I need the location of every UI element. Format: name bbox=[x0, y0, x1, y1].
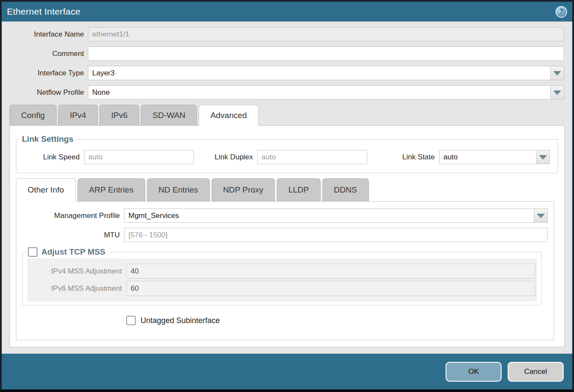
adjust-tcp-mss-title: Adjust TCP MSS bbox=[41, 247, 106, 257]
other-info-panel: Management Profile MTU bbox=[16, 201, 554, 340]
ipv6-mss-row: IPv6 MSS Adjustment bbox=[27, 281, 537, 296]
management-profile-select[interactable] bbox=[124, 208, 548, 223]
dialog-footer: OK Cancel bbox=[2, 354, 572, 389]
interface-type-select[interactable] bbox=[88, 66, 564, 80]
advanced-panel: Link Settings Link Speed Link Duplex Lin… bbox=[9, 125, 565, 347]
top-form: Interface Name Comment Interface Type bbox=[2, 22, 572, 105]
netflow-profile-select[interactable] bbox=[88, 85, 564, 100]
adjust-tcp-mss-legend: Adjust TCP MSS bbox=[27, 247, 109, 257]
management-profile-label: Management Profile bbox=[16, 212, 124, 220]
interface-type-row: Interface Type bbox=[2, 66, 572, 80]
chevron-down-icon bbox=[537, 214, 545, 218]
ipv4-mss-label: IPv4 MSS Adjustment bbox=[27, 267, 126, 276]
subtab-arp-entries[interactable]: ARP Entries bbox=[78, 178, 145, 202]
main-tabstrip: Config IPv4 IPv6 SD-WAN Advanced bbox=[2, 105, 572, 126]
link-speed-row: Link Speed bbox=[16, 150, 194, 164]
ipv4-mss-field bbox=[126, 264, 535, 279]
link-speed-field[interactable] bbox=[84, 150, 194, 164]
subtab-ddns[interactable]: DDNS bbox=[322, 178, 369, 202]
management-profile-value[interactable] bbox=[124, 208, 534, 223]
interface-type-dropdown-button[interactable] bbox=[550, 66, 564, 80]
ipv6-mss-field bbox=[126, 281, 535, 296]
link-state-value[interactable] bbox=[439, 150, 536, 164]
link-state-label: Link State bbox=[402, 153, 439, 162]
link-duplex-label: Link Duplex bbox=[215, 153, 257, 162]
subtab-nd-entries[interactable]: ND Entries bbox=[147, 178, 210, 202]
adjust-tcp-mss-group: Adjust TCP MSS IPv4 MSS Adjustment IPv6 … bbox=[22, 247, 542, 305]
tab-sdwan[interactable]: SD-WAN bbox=[141, 105, 197, 126]
untagged-subinterface-label: Untagged Subinterface bbox=[140, 316, 220, 325]
management-profile-dropdown-button[interactable] bbox=[534, 208, 548, 223]
mtu-label: MTU bbox=[16, 231, 124, 240]
help-icon[interactable]: ? bbox=[555, 6, 567, 18]
link-state-select[interactable] bbox=[439, 150, 550, 164]
interface-name-label: Interface Name bbox=[2, 30, 88, 39]
link-settings-group: Link Settings Link Speed Link Duplex Lin… bbox=[16, 134, 558, 173]
link-state-row: Link State bbox=[402, 150, 550, 164]
ok-button[interactable]: OK bbox=[446, 362, 502, 382]
netflow-profile-label: Netflow Profile bbox=[2, 88, 88, 97]
tab-advanced[interactable]: Advanced bbox=[199, 105, 259, 126]
link-settings-legend: Link Settings bbox=[20, 134, 77, 144]
tab-config[interactable]: Config bbox=[9, 105, 56, 126]
link-state-dropdown-button[interactable] bbox=[536, 150, 550, 164]
interface-name-row: Interface Name bbox=[2, 27, 572, 41]
interface-name-field bbox=[88, 27, 564, 41]
dialog-title: Ethernet Interface bbox=[7, 6, 81, 17]
management-profile-row: Management Profile bbox=[16, 208, 554, 223]
interface-type-label: Interface Type bbox=[2, 69, 88, 78]
subtab-lldp[interactable]: LLDP bbox=[277, 178, 321, 202]
mtu-field[interactable] bbox=[124, 228, 548, 242]
subtab-other-info[interactable]: Other Info bbox=[16, 178, 76, 202]
link-duplex-row: Link Duplex bbox=[215, 150, 367, 164]
link-duplex-field[interactable] bbox=[257, 150, 367, 164]
ipv4-mss-row: IPv4 MSS Adjustment bbox=[27, 264, 537, 279]
netflow-profile-value[interactable] bbox=[88, 85, 550, 100]
link-speed-label: Link Speed bbox=[16, 153, 84, 162]
tab-ipv4[interactable]: IPv4 bbox=[58, 105, 98, 126]
adjust-tcp-mss-checkbox[interactable] bbox=[28, 247, 37, 257]
mtu-row: MTU bbox=[16, 228, 554, 242]
netflow-profile-row: Netflow Profile bbox=[2, 85, 572, 100]
untagged-subinterface-row: Untagged Subinterface bbox=[126, 316, 554, 325]
dialog-titlebar: Ethernet Interface ? bbox=[2, 2, 572, 22]
ipv6-mss-label: IPv6 MSS Adjustment bbox=[27, 284, 126, 293]
interface-type-value[interactable] bbox=[88, 66, 550, 80]
cancel-button[interactable]: Cancel bbox=[508, 362, 564, 382]
sub-tabstrip: Other Info ARP Entries ND Entries NDP Pr… bbox=[16, 178, 558, 202]
netflow-profile-dropdown-button[interactable] bbox=[550, 85, 564, 100]
ethernet-interface-dialog: Ethernet Interface ? Interface Name Comm… bbox=[0, 0, 574, 392]
comment-row: Comment bbox=[2, 47, 572, 61]
subtab-ndp-proxy[interactable]: NDP Proxy bbox=[212, 178, 275, 202]
chevron-down-icon bbox=[553, 71, 561, 75]
comment-field[interactable] bbox=[88, 47, 564, 61]
chevron-down-icon bbox=[553, 90, 561, 95]
mss-disabled-area: IPv4 MSS Adjustment IPv6 MSS Adjustment bbox=[27, 258, 537, 302]
untagged-subinterface-checkbox[interactable] bbox=[126, 316, 136, 325]
comment-label: Comment bbox=[2, 50, 88, 58]
tab-ipv6[interactable]: IPv6 bbox=[100, 105, 139, 126]
chevron-down-icon bbox=[539, 155, 547, 159]
